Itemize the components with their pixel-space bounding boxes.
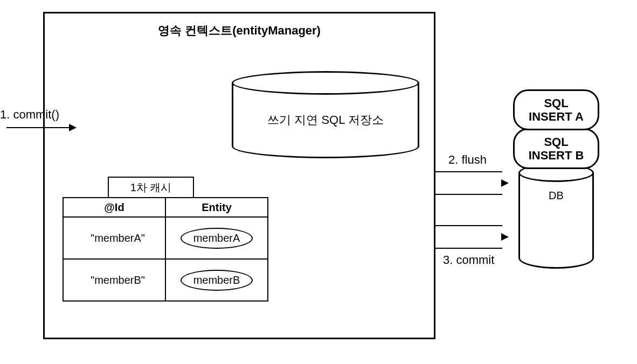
entity-oval: memberA: [181, 228, 253, 249]
cache-header-row: @Id Entity: [63, 198, 268, 217]
arrow-head-icon: [501, 233, 509, 241]
step-commit-call-label: 1. commit(): [0, 108, 63, 122]
cache-id-cell: "memberA": [63, 217, 165, 259]
sql-insert-a-line2: INSERT A: [529, 110, 584, 123]
cache-header-entity: Entity: [165, 198, 268, 217]
cache-table: @Id Entity "memberA" memberA "memberB" m…: [63, 197, 268, 302]
arrow-commit-top: [435, 225, 502, 226]
cache-label-box: 1차 캐시: [108, 177, 194, 198]
arrow-head-icon: [69, 124, 77, 131]
arrow-head-icon: [501, 179, 509, 187]
sql-insert-a-line1: SQL: [544, 96, 568, 110]
sql-insert-a-pill: SQL INSERT A: [513, 89, 599, 130]
sql-storage-cylinder-body: 쓰기 지연 SQL 저장소: [232, 83, 419, 158]
arrow-commit-bottom: [435, 248, 502, 249]
sql-insert-b-pill: SQL INSERT B: [513, 128, 599, 169]
sql-storage-label: 쓰기 지연 SQL 저장소: [267, 112, 384, 128]
arrow-flush-bottom: [435, 194, 502, 195]
step-flush-label: 2. flush: [448, 153, 487, 167]
cache-header-id: @Id: [63, 198, 165, 217]
db-cylinder-body: [518, 173, 594, 269]
cache-entity-cell: memberB: [165, 259, 268, 301]
cache-id-cell: "memberB": [63, 259, 165, 301]
entity-oval: memberB: [181, 270, 253, 291]
persistence-context-title: 영속 컨텍스트(entityManager): [43, 23, 435, 39]
db-label: DB: [518, 190, 594, 202]
arrow-flush-top: [435, 171, 502, 172]
cache-entity-cell: memberA: [165, 217, 268, 259]
sql-insert-b-line2: INSERT B: [529, 149, 584, 162]
sql-insert-b-line1: SQL: [544, 135, 568, 149]
diagram-canvas: 영속 컨텍스트(entityManager) 1. commit() 쓰기 지연…: [0, 0, 637, 364]
arrow-commit-into-context: [6, 127, 70, 128]
step-commit-label: 3. commit: [443, 253, 494, 267]
table-row: "memberA" memberA: [63, 217, 268, 259]
table-row: "memberB" memberB: [63, 259, 268, 301]
